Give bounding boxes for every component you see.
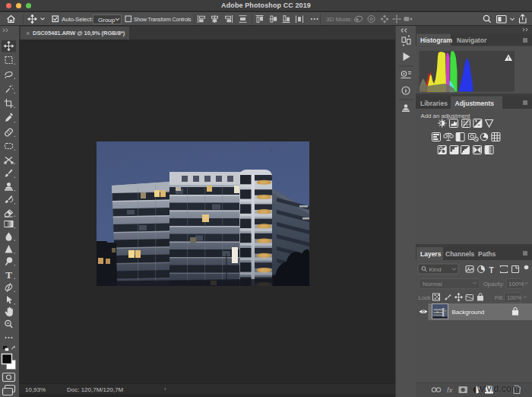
svg-text:Add an adjustment: Add an adjustment — [421, 113, 471, 119]
svg-text:Navigator: Navigator — [457, 37, 487, 44]
svg-text:fx: fx — [447, 386, 454, 394]
svg-text:Kind: Kind — [429, 266, 442, 273]
svg-text:100%: 100% — [508, 281, 524, 287]
svg-text:T: T — [5, 269, 12, 281]
svg-text:Layers: Layers — [420, 250, 442, 258]
svg-text:Libraries: Libraries — [420, 100, 448, 107]
svg-text:T: T — [489, 266, 494, 275]
svg-text:Adjustments: Adjustments — [455, 100, 495, 107]
svg-text:Lock:: Lock: — [419, 294, 432, 301]
svg-text:Channels: Channels — [445, 250, 475, 258]
svg-text:Paths: Paths — [478, 250, 496, 258]
svg-text:Fill:: Fill: — [495, 294, 504, 301]
svg-text:Background: Background — [452, 309, 485, 316]
svg-text:Normal: Normal — [423, 281, 442, 287]
svg-text:100%: 100% — [507, 294, 522, 301]
svg-text:Opacity:: Opacity: — [483, 281, 505, 287]
svg-text:Histogram: Histogram — [420, 37, 452, 44]
